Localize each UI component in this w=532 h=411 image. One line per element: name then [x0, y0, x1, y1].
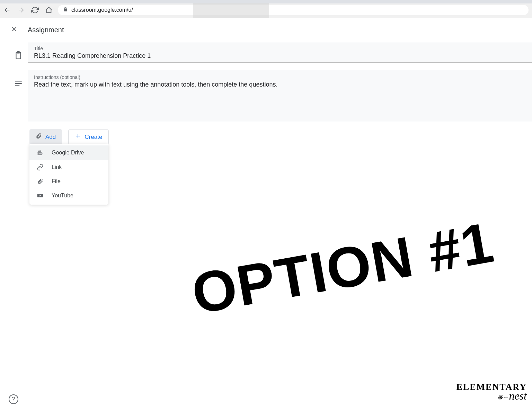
plus-icon [75, 133, 81, 141]
address-bar[interactable]: classroom.google.com/u/ [58, 5, 529, 15]
google-drive-icon [36, 149, 44, 156]
overlay-annotation: OPTION #1 [187, 209, 498, 327]
menu-label: Google Drive [52, 150, 84, 156]
help-symbol: ? [12, 396, 15, 403]
close-button[interactable] [10, 25, 18, 35]
back-button[interactable] [3, 6, 11, 14]
menu-item-link[interactable]: Link [29, 160, 108, 175]
menu-item-file[interactable]: File [29, 175, 108, 188]
app-header: Assignment [0, 18, 532, 42]
title-label: Title [34, 46, 526, 51]
url-text: classroom.google.com/u/ [71, 7, 133, 13]
help-button[interactable]: ? [9, 394, 18, 404]
instructions-label: Instructions (optional) [34, 74, 526, 80]
create-label: Create [85, 134, 102, 141]
file-icon [36, 178, 44, 185]
title-input-container[interactable]: Title RL3.1 Reading Comprehension Practi… [28, 42, 532, 63]
attachment-icon [36, 133, 42, 141]
lock-icon [63, 7, 68, 13]
add-button[interactable]: Add [29, 129, 62, 145]
instructions-value: Read the text, mark up with text using t… [34, 81, 526, 88]
page-title: Assignment [28, 26, 64, 34]
title-field-row: Title RL3.1 Reading Comprehension Practi… [0, 42, 532, 63]
create-button[interactable]: Create [68, 129, 109, 145]
browser-chrome: classroom.google.com/u/ [0, 0, 532, 18]
url-blur-overlay [193, 3, 269, 18]
home-button[interactable] [45, 6, 53, 14]
nav-controls [3, 6, 53, 14]
menu-label: YouTube [52, 193, 73, 199]
menu-label: Link [52, 164, 62, 170]
menu-item-google-drive[interactable]: Google Drive [29, 145, 108, 160]
actions-row: Add Create Google Drive Link [0, 122, 532, 145]
clipboard-icon [9, 42, 28, 60]
reload-button[interactable] [31, 6, 39, 14]
forward-button[interactable] [17, 6, 25, 14]
menu-label: File [52, 178, 61, 185]
link-icon [36, 164, 44, 171]
youtube-icon [36, 192, 44, 199]
instructions-input-container[interactable]: Instructions (optional) Read the text, m… [28, 70, 532, 122]
watermark: ELEMENTARY ❋←nest [456, 382, 527, 402]
title-value: RL3.1 Reading Comprehension Practice 1 [34, 52, 526, 60]
notes-icon [9, 70, 28, 88]
instructions-field-row: Instructions (optional) Read the text, m… [0, 70, 532, 122]
add-dropdown-menu: Google Drive Link File YouTube [29, 144, 108, 205]
menu-item-youtube[interactable]: YouTube [29, 188, 108, 203]
add-label: Add [45, 134, 56, 141]
